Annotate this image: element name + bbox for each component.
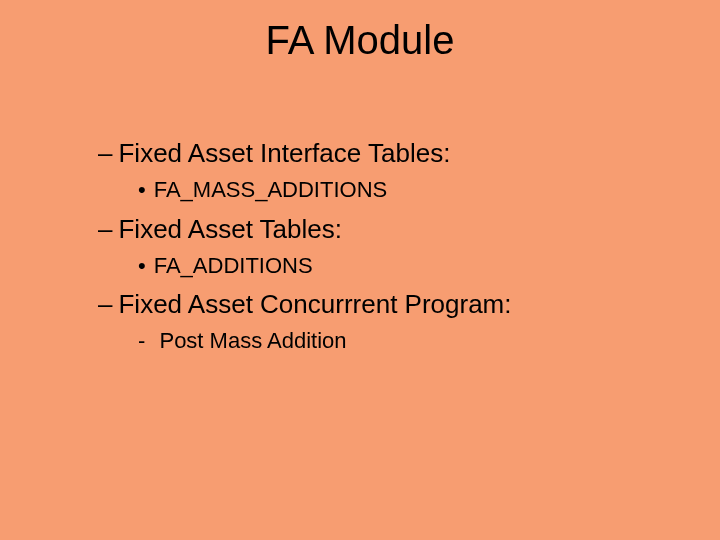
heading-interface-tables: –Fixed Asset Interface Tables:	[98, 138, 658, 169]
section-interface-tables: –Fixed Asset Interface Tables: •FA_MASS_…	[98, 138, 658, 204]
hyphen-icon: -	[138, 328, 145, 354]
heading-concurrent-program: –Fixed Asset Concurrrent Program:	[98, 289, 658, 320]
dash-icon: –	[98, 214, 112, 245]
heading-text: Fixed Asset Tables:	[118, 214, 342, 244]
bullet-icon: •	[138, 253, 146, 279]
item-fa-additions: •FA_ADDITIONS	[138, 253, 658, 279]
slide-title: FA Module	[0, 18, 720, 63]
heading-text: Fixed Asset Interface Tables:	[118, 138, 450, 168]
bullet-icon: •	[138, 177, 146, 203]
item-fa-mass-additions: •FA_MASS_ADDITIONS	[138, 177, 658, 203]
heading-asset-tables: –Fixed Asset Tables:	[98, 214, 658, 245]
slide-body: –Fixed Asset Interface Tables: •FA_MASS_…	[98, 128, 658, 361]
dash-icon: –	[98, 138, 112, 169]
item-text: FA_ADDITIONS	[154, 253, 313, 278]
section-asset-tables: –Fixed Asset Tables: •FA_ADDITIONS	[98, 214, 658, 280]
item-text: FA_MASS_ADDITIONS	[154, 177, 388, 202]
heading-text: Fixed Asset Concurrrent Program:	[118, 289, 511, 319]
item-post-mass-addition: - Post Mass Addition	[138, 328, 658, 354]
section-concurrent-program: –Fixed Asset Concurrrent Program: - Post…	[98, 289, 658, 355]
dash-icon: –	[98, 289, 112, 320]
item-text: Post Mass Addition	[159, 328, 346, 353]
